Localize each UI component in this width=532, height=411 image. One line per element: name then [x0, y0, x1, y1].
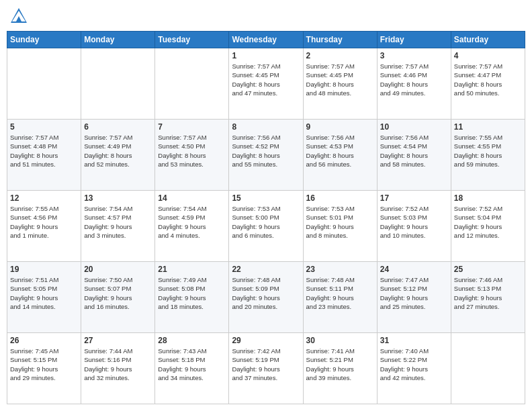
- day-number: 24: [380, 265, 448, 274]
- day-number: 3: [380, 51, 448, 60]
- day-number: 27: [84, 336, 152, 345]
- calendar-cell: 22Sunrise: 7:48 AM Sunset: 5:09 PM Dayli…: [229, 262, 303, 333]
- calendar-cell: 21Sunrise: 7:49 AM Sunset: 5:08 PM Dayli…: [155, 262, 229, 333]
- calendar-cell: 29Sunrise: 7:42 AM Sunset: 5:19 PM Dayli…: [229, 333, 303, 404]
- calendar: SundayMondayTuesdayWednesdayThursdayFrid…: [7, 31, 525, 404]
- calendar-week-row: 5Sunrise: 7:57 AM Sunset: 4:48 PM Daylig…: [7, 120, 525, 191]
- day-info: Sunrise: 7:49 AM Sunset: 5:08 PM Dayligh…: [158, 275, 226, 311]
- day-info: Sunrise: 7:48 AM Sunset: 5:09 PM Dayligh…: [232, 275, 300, 311]
- day-number: 23: [306, 265, 374, 274]
- calendar-cell: 3Sunrise: 7:57 AM Sunset: 4:46 PM Daylig…: [377, 48, 451, 120]
- day-number: 21: [158, 265, 226, 274]
- day-number: 14: [158, 193, 226, 203]
- calendar-cell: 5Sunrise: 7:57 AM Sunset: 4:48 PM Daylig…: [7, 120, 81, 191]
- calendar-cell: 25Sunrise: 7:46 AM Sunset: 5:13 PM Dayli…: [451, 262, 525, 333]
- calendar-cell: 10Sunrise: 7:56 AM Sunset: 4:54 PM Dayli…: [377, 120, 451, 191]
- day-info: Sunrise: 7:56 AM Sunset: 4:54 PM Dayligh…: [380, 133, 448, 169]
- day-number: 25: [454, 265, 522, 274]
- day-info: Sunrise: 7:43 AM Sunset: 5:18 PM Dayligh…: [158, 347, 226, 382]
- day-number: 20: [84, 265, 152, 274]
- calendar-cell: [81, 48, 155, 120]
- day-info: Sunrise: 7:52 AM Sunset: 5:04 PM Dayligh…: [454, 204, 522, 240]
- day-info: Sunrise: 7:48 AM Sunset: 5:11 PM Dayligh…: [306, 275, 374, 311]
- calendar-cell: 12Sunrise: 7:55 AM Sunset: 4:56 PM Dayli…: [7, 191, 81, 262]
- calendar-cell: 27Sunrise: 7:44 AM Sunset: 5:16 PM Dayli…: [81, 333, 155, 404]
- day-number: 1: [232, 51, 300, 60]
- day-number: 9: [306, 122, 374, 132]
- calendar-cell: 28Sunrise: 7:43 AM Sunset: 5:18 PM Dayli…: [155, 333, 229, 404]
- day-number: 4: [454, 51, 522, 60]
- day-number: 26: [10, 336, 78, 345]
- calendar-week-row: 1Sunrise: 7:57 AM Sunset: 4:45 PM Daylig…: [7, 48, 525, 120]
- calendar-cell: 24Sunrise: 7:47 AM Sunset: 5:12 PM Dayli…: [377, 262, 451, 333]
- weekday-header: Friday: [377, 32, 451, 48]
- calendar-header-row: SundayMondayTuesdayWednesdayThursdayFrid…: [7, 32, 525, 48]
- day-number: 19: [10, 265, 78, 274]
- day-info: Sunrise: 7:50 AM Sunset: 5:07 PM Dayligh…: [84, 275, 152, 311]
- day-number: 29: [232, 336, 300, 345]
- day-number: 2: [306, 51, 374, 60]
- calendar-week-row: 12Sunrise: 7:55 AM Sunset: 4:56 PM Dayli…: [7, 191, 525, 262]
- day-number: 31: [380, 336, 448, 345]
- day-info: Sunrise: 7:57 AM Sunset: 4:50 PM Dayligh…: [158, 133, 226, 169]
- day-info: Sunrise: 7:53 AM Sunset: 5:01 PM Dayligh…: [306, 204, 374, 240]
- calendar-week-row: 19Sunrise: 7:51 AM Sunset: 5:05 PM Dayli…: [7, 262, 525, 333]
- day-number: 7: [158, 122, 226, 132]
- day-number: 12: [10, 193, 78, 203]
- day-info: Sunrise: 7:40 AM Sunset: 5:22 PM Dayligh…: [380, 347, 448, 382]
- calendar-cell: 26Sunrise: 7:45 AM Sunset: 5:15 PM Dayli…: [7, 333, 81, 404]
- calendar-cell: 13Sunrise: 7:54 AM Sunset: 4:57 PM Dayli…: [81, 191, 155, 262]
- day-number: 22: [232, 265, 300, 274]
- day-number: 16: [306, 193, 374, 203]
- header: [7, 7, 525, 26]
- day-info: Sunrise: 7:45 AM Sunset: 5:15 PM Dayligh…: [10, 347, 78, 382]
- calendar-cell: 15Sunrise: 7:53 AM Sunset: 5:00 PM Dayli…: [229, 191, 303, 262]
- day-info: Sunrise: 7:56 AM Sunset: 4:53 PM Dayligh…: [306, 133, 374, 169]
- day-info: Sunrise: 7:53 AM Sunset: 5:00 PM Dayligh…: [232, 204, 300, 240]
- day-info: Sunrise: 7:57 AM Sunset: 4:49 PM Dayligh…: [84, 133, 152, 169]
- day-number: 17: [380, 193, 448, 203]
- day-number: 6: [84, 122, 152, 132]
- day-info: Sunrise: 7:46 AM Sunset: 5:13 PM Dayligh…: [454, 275, 522, 311]
- calendar-cell: 23Sunrise: 7:48 AM Sunset: 5:11 PM Dayli…: [303, 262, 377, 333]
- calendar-cell: 16Sunrise: 7:53 AM Sunset: 5:01 PM Dayli…: [303, 191, 377, 262]
- day-info: Sunrise: 7:57 AM Sunset: 4:45 PM Dayligh…: [306, 62, 374, 97]
- day-number: 10: [380, 122, 448, 132]
- day-number: 13: [84, 193, 152, 203]
- calendar-cell: 11Sunrise: 7:55 AM Sunset: 4:55 PM Dayli…: [451, 120, 525, 191]
- calendar-cell: 2Sunrise: 7:57 AM Sunset: 4:45 PM Daylig…: [303, 48, 377, 120]
- day-number: 28: [158, 336, 226, 345]
- weekday-header: Thursday: [303, 32, 377, 48]
- calendar-week-row: 26Sunrise: 7:45 AM Sunset: 5:15 PM Dayli…: [7, 333, 525, 404]
- day-number: 5: [10, 122, 78, 132]
- day-info: Sunrise: 7:51 AM Sunset: 5:05 PM Dayligh…: [10, 275, 78, 311]
- weekday-header: Sunday: [7, 32, 81, 48]
- calendar-cell: 1Sunrise: 7:57 AM Sunset: 4:45 PM Daylig…: [229, 48, 303, 120]
- weekday-header: Tuesday: [155, 32, 229, 48]
- day-info: Sunrise: 7:41 AM Sunset: 5:21 PM Dayligh…: [306, 347, 374, 382]
- calendar-cell: 4Sunrise: 7:57 AM Sunset: 4:47 PM Daylig…: [451, 48, 525, 120]
- day-number: 15: [232, 193, 300, 203]
- calendar-cell: [451, 333, 525, 404]
- day-number: 18: [454, 193, 522, 203]
- calendar-cell: 7Sunrise: 7:57 AM Sunset: 4:50 PM Daylig…: [155, 120, 229, 191]
- day-info: Sunrise: 7:44 AM Sunset: 5:16 PM Dayligh…: [84, 347, 152, 382]
- day-number: 8: [232, 122, 300, 132]
- day-info: Sunrise: 7:54 AM Sunset: 4:57 PM Dayligh…: [84, 204, 152, 240]
- weekday-header: Monday: [81, 32, 155, 48]
- calendar-cell: 14Sunrise: 7:54 AM Sunset: 4:59 PM Dayli…: [155, 191, 229, 262]
- calendar-cell: 18Sunrise: 7:52 AM Sunset: 5:04 PM Dayli…: [451, 191, 525, 262]
- logo: [9, 7, 31, 26]
- day-info: Sunrise: 7:52 AM Sunset: 5:03 PM Dayligh…: [380, 204, 448, 240]
- logo-icon: [9, 7, 28, 26]
- calendar-cell: 31Sunrise: 7:40 AM Sunset: 5:22 PM Dayli…: [377, 333, 451, 404]
- calendar-cell: 8Sunrise: 7:56 AM Sunset: 4:52 PM Daylig…: [229, 120, 303, 191]
- calendar-cell: 9Sunrise: 7:56 AM Sunset: 4:53 PM Daylig…: [303, 120, 377, 191]
- day-number: 30: [306, 336, 374, 345]
- weekday-header: Wednesday: [229, 32, 303, 48]
- calendar-cell: 20Sunrise: 7:50 AM Sunset: 5:07 PM Dayli…: [81, 262, 155, 333]
- calendar-cell: [155, 48, 229, 120]
- calendar-cell: 30Sunrise: 7:41 AM Sunset: 5:21 PM Dayli…: [303, 333, 377, 404]
- calendar-cell: 17Sunrise: 7:52 AM Sunset: 5:03 PM Dayli…: [377, 191, 451, 262]
- weekday-header: Saturday: [451, 32, 525, 48]
